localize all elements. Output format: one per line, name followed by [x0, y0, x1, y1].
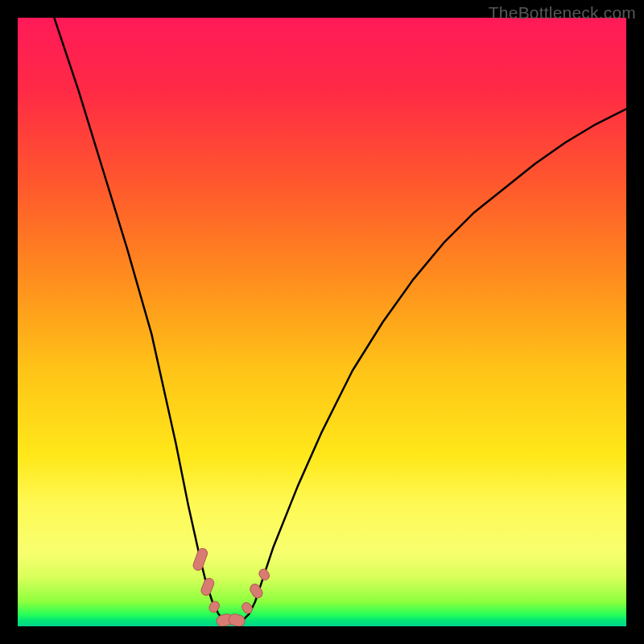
chart-plot-area: [18, 18, 626, 626]
chart-frame: TheBottleneck.com: [0, 0, 644, 644]
svg-rect-1: [200, 576, 215, 597]
svg-rect-6: [248, 582, 264, 600]
curve-path: [54, 18, 626, 620]
curve-marker: [240, 601, 254, 615]
svg-rect-2: [208, 600, 221, 614]
curve-marker: [192, 547, 208, 572]
curve-marker: [208, 600, 221, 614]
chart-svg: [18, 18, 626, 626]
svg-rect-7: [258, 568, 271, 582]
curve-marker: [200, 576, 215, 597]
svg-rect-0: [192, 547, 208, 572]
curve-marker: [248, 582, 264, 600]
watermark-text: TheBottleneck.com: [489, 3, 636, 23]
curve-marker: [258, 568, 271, 582]
svg-rect-5: [240, 601, 254, 615]
